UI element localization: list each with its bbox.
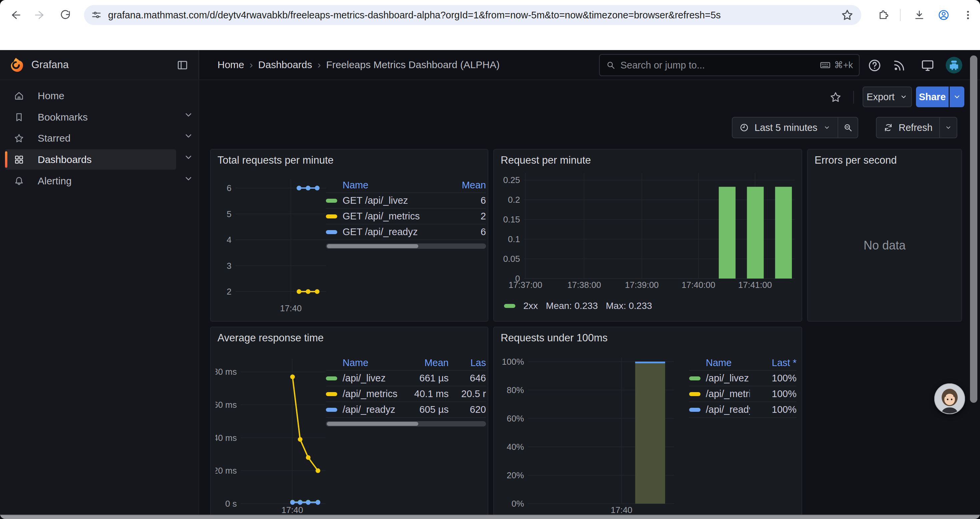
sidebar-item-home[interactable]: Home [5,86,176,106]
table-scrollbar[interactable] [326,243,486,249]
column-header[interactable]: Mean [399,357,449,368]
home-icon [14,91,24,101]
panel-title[interactable]: Average response time [218,332,323,344]
table-scrollbar-thumb[interactable] [327,422,418,426]
svg-text:60%: 60% [507,414,524,423]
sidebar-item-dashboards[interactable]: Dashboards [5,149,176,170]
actions-divider [853,91,854,104]
panel-title[interactable]: Requests under 100ms [501,332,608,344]
svg-text:17:40: 17:40 [611,505,632,515]
column-header[interactable]: Last * [750,357,797,368]
refresh-button[interactable]: Refresh [877,118,939,137]
browser-menu-button[interactable] [959,6,977,24]
column-header[interactable]: Name [326,180,449,191]
table-scrollbar[interactable] [326,421,486,426]
sidebar-item-bookmarks[interactable]: Bookmarks [5,107,176,127]
clock-icon [739,123,749,133]
user-avatar[interactable] [946,57,963,73]
favorite-star-icon[interactable] [829,91,842,104]
table-row[interactable]: GET /api/_metrics2 [326,209,486,224]
table-row[interactable]: /api/_readyz100% [689,402,797,418]
share-dropdown-button[interactable] [950,86,964,107]
series-value: 100% [750,404,797,415]
refresh-group: Refresh [876,117,957,138]
time-range-button[interactable]: Last 5 minutes [732,118,838,137]
series-value: 40.1 ms [399,388,449,399]
grafana-header: Grafana Home › Dashboards › Freeleaps Me… [0,50,980,80]
url-text[interactable]: grafana.mathmast.com/d/deytv4rwavabkb/fr… [108,10,841,21]
breadcrumb-dashboards[interactable]: Dashboards [258,59,312,70]
reload-button[interactable] [56,6,75,24]
table-header: NameMean [326,178,486,193]
zoom-out-button[interactable] [838,118,858,137]
table-row[interactable]: GET /api/_livez6 [326,193,486,209]
bar-chart[interactable]: 100%80%60%40%20%0%17:40 [500,354,676,515]
shortcut-badge: ⌘+k [819,59,853,71]
breadcrumb-separator: › [318,59,321,70]
chevron-down-icon [944,124,952,132]
column-header[interactable]: Name [326,357,399,368]
breadcrumb-home[interactable]: Home [218,59,244,70]
refresh-interval-button[interactable] [940,118,957,137]
chevron-down-icon[interactable] [183,130,194,142]
chart-legend[interactable]: 2xx Mean: 0.233 Max: 0.233 [504,300,652,311]
vertical-scrollbar[interactable] [970,56,977,403]
sidebar-item-alerting[interactable]: Alerting [5,171,176,191]
table-row[interactable]: /api/_metrics40.1 ms20.5 r [326,386,486,402]
svg-text:5: 5 [227,209,231,219]
kebab-menu-icon [962,9,974,21]
series-color-pill [326,214,337,219]
back-button[interactable] [6,6,25,24]
avatar-girl-icon [934,383,966,415]
forward-button[interactable] [31,6,49,24]
table-row[interactable]: /api/_metrics100% [689,386,797,402]
table-row[interactable]: GET /api/_readyz6 [326,224,486,240]
bookmark-star-icon[interactable] [841,8,854,22]
panel-title[interactable]: Errors per second [815,154,897,166]
series-value: 6 [449,227,486,238]
table-row[interactable]: /api/_readyz605 µs620 [326,402,486,418]
table-row[interactable]: /api/_livez100% [689,371,797,386]
downloads-button[interactable] [910,6,929,24]
dock-menu-icon[interactable] [176,59,189,72]
export-button[interactable]: Export [862,86,912,107]
sidebar-item-starred[interactable]: Starred [5,128,176,148]
assistant-avatar[interactable] [934,383,966,415]
legend-series-name[interactable]: 2xx [523,300,538,311]
grafana-logo-icon[interactable] [8,57,24,73]
search-input[interactable] [620,60,819,71]
horizontal-scrollbar[interactable] [0,515,980,519]
table-scrollbar-thumb[interactable] [327,244,418,248]
browser-window: grafana.mathmast.com/d/deytv4rwavabkb/fr… [0,0,980,519]
column-header[interactable]: Las [449,357,486,368]
arrow-left-icon [10,9,21,21]
no-data-message: No data [808,238,961,252]
panel-title[interactable]: Total requests per minute [218,154,334,166]
url-bar[interactable]: grafana.mathmast.com/d/deytv4rwavabkb/fr… [84,5,861,25]
chevron-down-icon[interactable] [183,152,194,163]
search-box[interactable]: ⌘+k [599,54,859,76]
svg-text:17:40: 17:40 [280,303,302,313]
puzzle-icon [877,9,889,21]
bar-chart[interactable]: 0.250.20.150.10.05017:37:0017:38:0017:39… [500,170,797,290]
display-button[interactable] [920,58,935,73]
table-row[interactable]: /api/_livez661 µs646 [326,371,486,386]
chevron-down-icon[interactable] [183,109,194,121]
star-icon [14,133,24,144]
extensions-button[interactable] [873,6,892,24]
legend-max: Max: 0.233 [606,300,652,311]
site-info-icon[interactable] [91,10,102,21]
profile-button[interactable] [934,6,953,24]
panel-avg-response-time: Average response time 80 ms60 ms40 ms20 … [210,327,488,519]
news-button[interactable] [892,58,907,73]
timeseries-chart[interactable]: 6543217:40 [216,176,328,313]
column-header[interactable]: Name [689,357,750,368]
help-button[interactable] [867,58,882,73]
panel-title[interactable]: Request per minute [501,154,591,166]
timeseries-chart[interactable]: 80 ms60 ms40 ms20 ms0 s17:40 [215,355,328,515]
column-header[interactable]: Mean [449,180,486,191]
chevron-down-icon[interactable] [183,173,194,184]
sidebar-item-label: Home [38,90,64,102]
share-button[interactable]: Share [916,86,949,107]
series-name: /api/_metrics [706,388,750,399]
